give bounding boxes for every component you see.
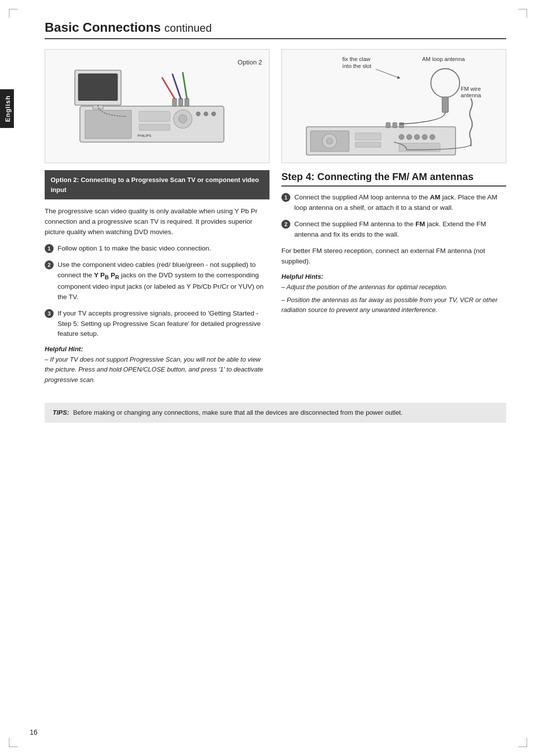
svg-text:FM wire: FM wire [461,86,481,92]
svg-point-18 [211,112,215,116]
svg-point-35 [406,134,411,139]
svg-rect-3 [139,124,170,130]
svg-rect-25 [442,97,448,112]
right-step1-number: 1 [281,193,290,202]
svg-line-10 [173,74,181,99]
corner-mark-tr [518,9,527,18]
right-column: fix the claw into the slot AM loop anten… [281,49,506,391]
svg-text:fix the claw: fix the claw [342,56,371,62]
intro-text: The progressive scan video quality is on… [45,206,269,238]
svg-rect-8 [185,98,189,106]
two-col-layout: Option 2 [45,49,506,391]
left-step-3: 3 If your TV accepts progressive signals… [45,309,269,340]
language-tab: English [0,89,14,128]
svg-rect-41 [393,123,397,127]
svg-point-24 [431,68,460,97]
left-step-2: 2 Use the component video cables (red/ b… [45,260,269,303]
right-step2-number: 2 [281,220,290,229]
svg-text:AM loop antenna: AM loop antenna [422,56,466,62]
section-header: Option 2: Connecting to a Progressive Sc… [45,170,269,199]
left-step-1: 1 Follow option 1 to make the basic vide… [45,244,269,254]
svg-text:antenna: antenna [461,92,481,98]
step2-text: Use the component video cables (red/ blu… [58,260,269,303]
corner-mark-bl [9,738,18,747]
helpful-hint-title: Helpful Hint: [45,345,269,353]
helpful-hints-title: Helpful Hints: [281,273,506,280]
option2-label: Option 2 [238,59,262,66]
svg-rect-32 [355,133,381,140]
tips-box: TIPS: Before making or changing any conn… [45,403,506,423]
left-column: Option 2 [45,49,269,391]
step3-number: 3 [45,309,54,318]
svg-text:into the slot: into the slot [342,63,372,69]
svg-line-11 [183,73,187,99]
svg-rect-6 [173,98,177,106]
page-container: English Basic Connections continued Opti… [0,0,536,756]
page-number: 16 [30,728,38,736]
svg-rect-2 [139,111,170,122]
helpful-hints-right: Helpful Hints: – Adjust the position of … [281,273,506,315]
title-main: Basic Connections [45,20,161,35]
right-diagram: fix the claw into the slot AM loop anten… [281,49,506,163]
step3-text: If your TV accepts progressive signals, … [58,309,269,340]
svg-rect-7 [179,98,183,106]
step1-text: Follow option 1 to make the basic video … [58,244,269,254]
helpful-hint-left: Helpful Hint: – If your TV does not supp… [45,345,269,384]
svg-point-37 [422,134,427,139]
svg-rect-1 [85,110,131,138]
svg-rect-33 [355,142,381,147]
right-step2-text: Connect the supplied FM antenna to the F… [294,219,506,240]
step1-number: 1 [45,244,54,253]
svg-line-26 [376,69,399,78]
title-continued: continued [164,22,211,34]
helpful-hint-line1: – Adjust the position of the antennas fo… [281,282,506,292]
right-step1-text: Connect the supplied AM loop antenna to … [294,192,506,213]
svg-point-17 [204,112,208,116]
left-diagram: Option 2 [45,49,269,163]
svg-point-36 [414,134,419,139]
svg-rect-40 [386,123,390,127]
svg-point-34 [399,134,404,139]
left-diagram-svg: PHILIPS [45,50,269,163]
svg-rect-13 [78,74,118,101]
svg-point-38 [430,134,435,139]
svg-line-9 [162,78,175,98]
corner-mark-br [518,738,527,747]
right-step-1: 1 Connect the supplied AM loop antenna t… [281,192,506,213]
svg-point-31 [327,138,333,144]
step2-number: 2 [45,260,54,269]
step4-title: Step 4: Connecting the FM/ AM antennas [281,170,506,187]
helpful-hint-text: – If your TV does not support Progressiv… [45,355,269,384]
svg-point-16 [196,112,200,116]
svg-text:PHILIPS: PHILIPS [137,133,151,138]
right-body-text: For better FM stereo reception, connect … [281,246,506,267]
tips-text: Before making or changing any connection… [73,408,402,418]
tips-label: TIPS: [53,408,69,418]
right-diagram-svg: fix the claw into the slot AM loop anten… [282,50,506,163]
helpful-hint-line2: – Position the antennas as far away as p… [281,295,506,315]
right-step-2: 2 Connect the supplied FM antenna to the… [281,219,506,240]
page-title: Basic Connections continued [45,20,506,39]
svg-point-5 [179,115,187,124]
svg-rect-42 [400,123,403,127]
corner-mark-tl [9,9,18,18]
